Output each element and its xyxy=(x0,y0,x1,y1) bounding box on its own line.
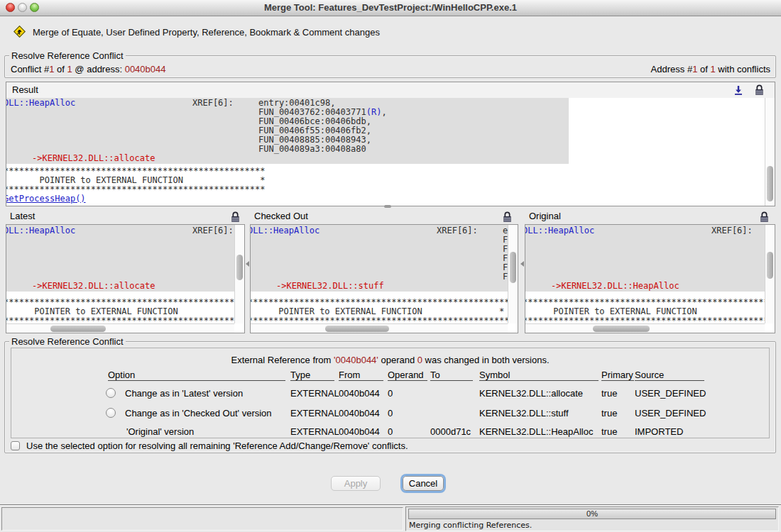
col-header-primary: Primary xyxy=(601,370,634,381)
title-bar[interactable]: Merge Tool: Features_DevTestProject:/Win… xyxy=(0,0,781,16)
option-checked-out-label[interactable]: Change as in 'Checked Out' version xyxy=(125,408,272,419)
row1-symbol: KERNEL32.DLL::allocate xyxy=(479,388,583,399)
col-header-source: Source xyxy=(635,370,704,381)
close-button[interactable] xyxy=(6,3,15,12)
latest-external-ref: ->KERNEL32.DLL::allocate xyxy=(32,282,155,291)
result-external-ref: ->KERNEL32.DLL::allocate xyxy=(32,154,155,163)
lock-icon[interactable] xyxy=(754,84,765,96)
original-panel: Original DLL::HeapAlloc XREF[6]: ->KERNE… xyxy=(525,210,775,333)
row2-operand: 0 xyxy=(388,408,393,419)
original-vertical-scrollbar[interactable] xyxy=(765,225,775,323)
description-operand: 0 xyxy=(417,355,422,365)
conflict-counter-text: Conflict # xyxy=(11,64,49,74)
checked-out-symbol-line: DLL::HeapAlloc xyxy=(250,226,320,235)
checked-out-listing[interactable]: DLL::HeapAlloc XREF[6]: e F F F F F ->KE… xyxy=(250,224,518,333)
result-function-line: GetProcessHeap() xyxy=(6,194,86,204)
result-xref-label: XREF[6]: xyxy=(192,99,234,108)
latest-xref-label: XREF[6]: xyxy=(192,226,234,235)
checked-out-xref-label: XREF[6]: xyxy=(437,226,478,235)
row2-symbol: KERNEL32.DLL::stuff xyxy=(479,408,569,419)
row3-type: EXTERNAL xyxy=(290,426,339,437)
original-symbol-line: DLL::HeapAlloc xyxy=(525,226,594,235)
zoom-button[interactable] xyxy=(30,3,39,12)
row2-type: EXTERNAL xyxy=(290,408,339,419)
option-latest-label[interactable]: Change as in 'Latest' version xyxy=(125,388,243,399)
latest-listing[interactable]: DLL::HeapAlloc XREF[6]: ->KERNEL32.DLL::… xyxy=(6,224,245,333)
row1-type: EXTERNAL xyxy=(290,388,339,399)
checked-out-panel-title: Checked Out xyxy=(254,211,308,221)
resolve-groupbox: Resolve Reference Conflict External Refe… xyxy=(4,341,776,453)
result-symbol-line: DLL::HeapAlloc xyxy=(6,99,75,108)
checked-out-external-ref: ->KERNEL32.DLL::stuff xyxy=(276,282,384,291)
latest-symbol-line: DLL::HeapAlloc xyxy=(6,226,75,235)
latest-panel: Latest DLL::HeapAlloc XREF[6]: ->KERNEL3… xyxy=(6,210,245,333)
lock-icon[interactable] xyxy=(230,211,241,223)
result-listing[interactable]: DLL::HeapAlloc XREF[6]: entry:00401c98, … xyxy=(6,98,775,206)
original-xref-label: XREF[6]: xyxy=(711,226,753,235)
splitter-handle[interactable] xyxy=(384,205,391,208)
splitter-collapse-arrow[interactable] xyxy=(246,261,249,267)
latest-hscroll-thumb[interactable] xyxy=(50,326,106,332)
resolve-groupbox-label: Resolve Reference Conflict xyxy=(9,336,126,347)
checked-out-hscroll-thumb[interactable] xyxy=(325,326,389,332)
row2-source: USER_DEFINED xyxy=(635,408,706,419)
row1-primary: true xyxy=(601,388,617,399)
original-panel-header: Original xyxy=(525,210,775,224)
result-panel-title: Result xyxy=(12,84,38,95)
col-header-from: From xyxy=(339,370,383,381)
row1-from: 0040b044 xyxy=(339,388,380,399)
radio-checked-out-version[interactable] xyxy=(106,408,116,418)
original-panel-title: Original xyxy=(529,211,561,221)
apply-button[interactable]: Apply xyxy=(331,476,381,491)
result-xref-5: FUN_004089a3:00408a80 xyxy=(258,145,366,154)
apply-to-all-label[interactable]: Use the selected option for resolving al… xyxy=(26,440,408,451)
col-header-operand: Operand xyxy=(388,370,427,381)
original-hscroll-thumb[interactable] xyxy=(593,326,650,332)
checked-out-vscroll-thumb[interactable] xyxy=(510,252,516,283)
lock-icon[interactable] xyxy=(759,211,770,223)
result-scroll-thumb[interactable] xyxy=(767,166,773,201)
latest-vertical-scrollbar[interactable] xyxy=(234,225,244,323)
download-apply-icon[interactable] xyxy=(733,85,743,95)
original-horizontal-scrollbar[interactable] xyxy=(525,323,765,333)
minimize-button[interactable] xyxy=(18,3,27,12)
original-vscroll-thumb[interactable] xyxy=(767,252,773,279)
latest-horizontal-scrollbar[interactable] xyxy=(6,323,234,333)
result-panel-header: Result xyxy=(6,82,775,99)
result-panel: Result DLL::HeapAlloc XREF[6]: entry:004… xyxy=(6,82,775,206)
resolve-inner-panel: External Reference from '0040b044' opera… xyxy=(11,348,770,438)
apply-to-all-checkbox[interactable] xyxy=(11,441,20,450)
row3-primary: true xyxy=(601,426,617,437)
checked-out-panel: Checked Out DLL::HeapAlloc XREF[6]: e F … xyxy=(250,210,518,333)
original-external-ref: ->KERNEL32.DLL::HeapAlloc xyxy=(551,282,679,291)
option-original-label: 'Original' version xyxy=(126,426,194,437)
merge-icon xyxy=(13,26,26,38)
radio-latest-version[interactable] xyxy=(106,388,116,398)
checked-out-horizontal-scrollbar[interactable] xyxy=(251,323,508,333)
window-title: Merge Tool: Features_DevTestProject:/Win… xyxy=(0,0,781,16)
row3-to: 0000d71c xyxy=(430,426,471,437)
checked-out-panel-header: Checked Out xyxy=(250,210,518,224)
col-header-symbol: Symbol xyxy=(479,370,599,381)
status-right-panel: 0% Merging conflicting References. xyxy=(405,506,779,531)
lock-icon[interactable] xyxy=(502,211,513,223)
row3-operand: 0 xyxy=(388,426,393,437)
row2-from: 0040b044 xyxy=(339,408,380,419)
address-counter: Address #1 of 1 with conflicts xyxy=(651,64,770,74)
conflict-address: 0040b044 xyxy=(125,64,166,74)
row3-source: IMPORTED xyxy=(635,426,683,437)
row1-source: USER_DEFINED xyxy=(635,388,706,399)
checked-out-vertical-scrollbar[interactable] xyxy=(508,225,518,323)
conflict-total: 1 xyxy=(67,64,72,74)
latest-vscroll-thumb[interactable] xyxy=(236,255,243,280)
col-header-type: Type xyxy=(290,370,334,381)
splitter-collapse-arrow[interactable] xyxy=(520,261,524,267)
cancel-button[interactable]: Cancel xyxy=(403,476,444,491)
address-total: 1 xyxy=(710,64,715,74)
status-divider-highlight xyxy=(0,505,781,506)
conflict-groupbox-label: Resolve Reference Conflict xyxy=(9,50,126,61)
original-listing[interactable]: DLL::HeapAlloc XREF[6]: ->KERNEL32.DLL::… xyxy=(525,224,775,333)
result-vertical-scrollbar[interactable] xyxy=(765,98,775,206)
conflict-groupbox: Resolve Reference Conflict Conflict #1 o… xyxy=(4,55,776,78)
row1-operand: 0 xyxy=(388,388,393,399)
